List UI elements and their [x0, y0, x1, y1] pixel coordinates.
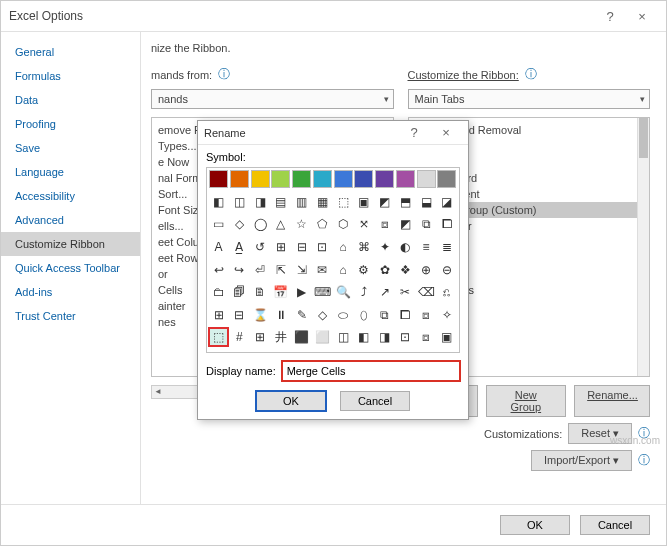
symbol-icon[interactable]: ◧ — [354, 328, 373, 346]
symbol-icon[interactable]: ⇱ — [271, 261, 290, 279]
symbol-icon[interactable]: ◫ — [334, 328, 353, 346]
symbol-icon[interactable]: ⊟ — [292, 238, 311, 256]
symbol-icon[interactable]: A̲ — [230, 238, 249, 256]
symbol-icon[interactable]: ⊡ — [313, 238, 332, 256]
symbol-icon[interactable]: △ — [271, 215, 290, 233]
symbol-icon[interactable]: ▣ — [437, 328, 456, 346]
symbol-icon[interactable]: ⧉ — [417, 215, 436, 233]
rename-close-button[interactable]: × — [430, 125, 462, 140]
rename-ok-button[interactable]: OK — [256, 391, 326, 411]
symbol-icon[interactable]: ⊡ — [396, 328, 415, 346]
nav-formulas[interactable]: Formulas — [1, 64, 140, 88]
symbol-icon[interactable]: ◯ — [251, 215, 270, 233]
symbol-icon[interactable]: ◇ — [230, 215, 249, 233]
symbol-icon[interactable]: ⊞ — [209, 306, 228, 324]
symbol-icon[interactable]: ⬚ — [334, 193, 353, 211]
help-button[interactable]: ? — [594, 9, 626, 24]
symbol-icon[interactable]: ≡ — [417, 238, 436, 256]
symbol-icon[interactable]: ⧠ — [437, 215, 456, 233]
import-export-button[interactable]: Import/Export ▾ — [531, 450, 632, 471]
symbol-color-swatch[interactable] — [313, 170, 332, 188]
rename-cancel-button[interactable]: Cancel — [340, 391, 410, 411]
symbol-color-swatch[interactable] — [375, 170, 394, 188]
nav-customize-ribbon[interactable]: Customize Ribbon — [1, 232, 140, 256]
symbol-icon[interactable]: 井 — [271, 328, 290, 346]
nav-accessibility[interactable]: Accessibility — [1, 184, 140, 208]
symbol-icon[interactable]: ◐ — [396, 238, 415, 256]
symbol-icon[interactable]: ⧈ — [417, 306, 436, 324]
symbol-icon[interactable]: ◧ — [209, 193, 228, 211]
symbol-icon[interactable]: ↺ — [251, 238, 270, 256]
symbol-icon[interactable]: ◇ — [313, 306, 332, 324]
symbol-icon[interactable]: ◩ — [396, 215, 415, 233]
nav-advanced[interactable]: Advanced — [1, 208, 140, 232]
symbol-icon[interactable]: ⬭ — [334, 306, 353, 324]
symbol-icon[interactable]: ✎ — [292, 306, 311, 324]
symbol-icon[interactable]: ⊕ — [417, 261, 436, 279]
symbol-icon[interactable]: ↩ — [209, 261, 228, 279]
symbol-icon[interactable]: ▤ — [271, 193, 290, 211]
display-name-input[interactable] — [282, 361, 460, 381]
symbol-icon[interactable]: ⌂ — [334, 238, 353, 256]
symbol-icon[interactable]: A — [209, 238, 228, 256]
symbol-color-swatch[interactable] — [396, 170, 415, 188]
symbol-icon[interactable]: ⏎ — [251, 261, 270, 279]
symbol-icon[interactable]: ▥ — [292, 193, 311, 211]
symbol-icon[interactable]: ⧉ — [375, 306, 394, 324]
symbol-icon[interactable]: ≣ — [437, 238, 456, 256]
customize-ribbon-select[interactable]: Main Tabs — [408, 89, 651, 109]
symbol-icon[interactable]: ⬠ — [313, 215, 332, 233]
choose-commands-select[interactable]: nands — [151, 89, 394, 109]
symbol-icon[interactable]: ⬜ — [313, 328, 332, 346]
symbol-color-swatch[interactable] — [334, 170, 353, 188]
symbol-icon[interactable]: ◩ — [375, 193, 394, 211]
symbol-icon[interactable]: ◨ — [251, 193, 270, 211]
symbol-icon[interactable]: ✂ — [396, 283, 415, 301]
symbol-icon[interactable]: ⬓ — [417, 193, 436, 211]
symbol-icon[interactable]: ◫ — [230, 193, 249, 211]
symbol-icon[interactable]: 🗎 — [251, 283, 270, 301]
nav-qat[interactable]: Quick Access Toolbar — [1, 256, 140, 280]
merge-cells-icon[interactable]: ⬚ — [209, 328, 228, 346]
symbol-icon[interactable]: ✿ — [375, 261, 394, 279]
symbol-icon[interactable]: ✉ — [313, 261, 332, 279]
symbol-icon[interactable]: ✦ — [375, 238, 394, 256]
symbol-icon[interactable]: ⌫ — [417, 283, 436, 301]
symbol-grid[interactable]: ◧◫◨▤▥▦⬚▣◩⬒⬓◪▭◇◯△☆⬠⬡⤧⧈◩⧉⧠AA̲↺⊞⊟⊡⌂⌘✦◐≡≣↩↪⏎… — [206, 167, 460, 353]
symbol-color-swatch[interactable] — [437, 170, 456, 188]
symbol-icon[interactable]: ⊖ — [437, 261, 456, 279]
symbol-color-swatch[interactable] — [209, 170, 228, 188]
symbol-icon[interactable]: ⏸ — [271, 306, 290, 324]
symbol-icon[interactable]: ⬛ — [292, 328, 311, 346]
symbol-icon[interactable]: ⌛ — [251, 306, 270, 324]
nav-save[interactable]: Save — [1, 136, 140, 160]
symbol-icon[interactable]: ▦ — [313, 193, 332, 211]
symbol-color-swatch[interactable] — [271, 170, 290, 188]
symbol-icon[interactable]: ☆ — [292, 215, 311, 233]
symbol-icon[interactable]: ◨ — [375, 328, 394, 346]
symbol-icon[interactable]: ⌨ — [313, 283, 332, 301]
symbol-icon[interactable]: ⧈ — [375, 215, 394, 233]
symbol-color-swatch[interactable] — [292, 170, 311, 188]
symbol-icon[interactable]: ↪ — [230, 261, 249, 279]
symbol-icon[interactable]: ❖ — [396, 261, 415, 279]
reset-button[interactable]: Reset ▾ — [568, 423, 632, 444]
symbol-icon[interactable]: ⊞ — [251, 328, 270, 346]
symbol-icon[interactable]: ⤴ — [354, 283, 373, 301]
symbol-icon[interactable]: ↗ — [375, 283, 394, 301]
cancel-button[interactable]: Cancel — [580, 515, 650, 535]
symbol-icon[interactable]: ⎌ — [437, 283, 456, 301]
nav-data[interactable]: Data — [1, 88, 140, 112]
ok-button[interactable]: OK — [500, 515, 570, 535]
rename-button[interactable]: Rename... — [574, 385, 650, 417]
symbol-icon[interactable]: ⧈ — [417, 328, 436, 346]
close-button[interactable]: × — [626, 9, 658, 24]
symbol-icon[interactable]: ▭ — [209, 215, 228, 233]
symbol-icon[interactable]: 🗀 — [209, 283, 228, 301]
symbol-icon[interactable]: ⬒ — [396, 193, 415, 211]
symbol-icon[interactable]: # — [230, 328, 249, 346]
symbol-icon[interactable]: 🗐 — [230, 283, 249, 301]
tree-scrollbar[interactable] — [637, 118, 649, 376]
nav-addins[interactable]: Add-ins — [1, 280, 140, 304]
symbol-icon[interactable]: ⊟ — [230, 306, 249, 324]
